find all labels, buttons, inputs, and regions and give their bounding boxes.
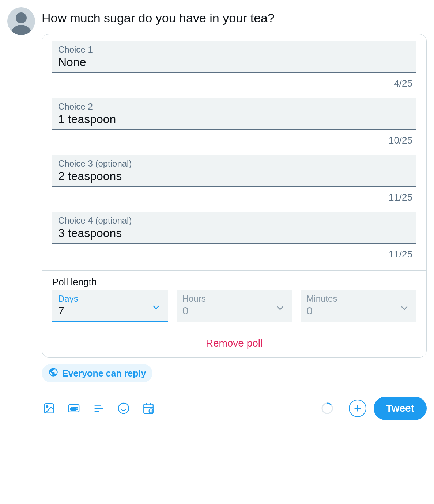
- tweet-composer: How much sugar do you have in your tea? …: [7, 7, 427, 420]
- svg-point-7: [118, 403, 129, 413]
- chevron-down-icon: [275, 303, 285, 313]
- poll-choice-value: None: [58, 55, 410, 69]
- poll-choice-counter: 10/25: [52, 130, 416, 155]
- svg-text:GIF: GIF: [71, 407, 78, 411]
- poll-length-selects: Days 7 Hours 0 Minutes: [52, 290, 416, 322]
- poll-length-section: Poll length Days 7 Hours 0: [42, 270, 426, 329]
- poll-card: Choice 1 None 4/25 Choice 2 1 teaspoon 1…: [42, 34, 427, 358]
- tweet-text-input[interactable]: How much sugar do you have in your tea?: [42, 7, 427, 34]
- poll-choice-label: Choice 3 (optional): [58, 159, 410, 169]
- select-label: Days: [58, 294, 162, 304]
- select-value: 0: [182, 304, 286, 317]
- poll-choices: Choice 1 None 4/25 Choice 2 1 teaspoon 1…: [42, 34, 426, 270]
- poll-choice-counter: 11/25: [52, 187, 416, 212]
- composer-main: How much sugar do you have in your tea? …: [42, 7, 427, 420]
- divider: [42, 389, 427, 389]
- poll-choice-1[interactable]: Choice 1 None: [52, 41, 416, 73]
- poll-choice-label: Choice 2: [58, 102, 410, 112]
- poll-choice-2[interactable]: Choice 2 1 teaspoon: [52, 98, 416, 130]
- remove-poll-label: Remove poll: [206, 337, 263, 349]
- select-label: Hours: [182, 294, 286, 304]
- poll-days-select[interactable]: Days 7: [52, 290, 168, 322]
- poll-choice-value: 1 teaspoon: [58, 112, 410, 126]
- reply-settings-button[interactable]: Everyone can reply: [42, 364, 152, 382]
- schedule-icon[interactable]: [141, 401, 156, 416]
- poll-choice-3[interactable]: Choice 3 (optional) 2 teaspoons: [52, 155, 416, 187]
- chevron-down-icon: [151, 302, 161, 313]
- poll-length-title: Poll length: [52, 276, 416, 288]
- emoji-icon[interactable]: [116, 401, 131, 416]
- avatar[interactable]: [7, 7, 35, 35]
- poll-choice-value: 3 teaspoons: [58, 226, 410, 240]
- poll-choice-counter: 11/25: [52, 244, 416, 269]
- poll-minutes-select[interactable]: Minutes 0: [301, 290, 416, 322]
- tweet-button[interactable]: Tweet: [374, 397, 427, 420]
- vertical-divider: [341, 400, 341, 417]
- poll-hours-select[interactable]: Hours 0: [177, 290, 292, 322]
- chevron-down-icon: [399, 303, 410, 313]
- remove-poll-button[interactable]: Remove poll: [42, 329, 426, 357]
- character-count-ring: [321, 402, 334, 415]
- select-value: 0: [306, 304, 410, 317]
- poll-choice-4[interactable]: Choice 4 (optional) 3 teaspoons: [52, 212, 416, 244]
- gif-icon[interactable]: GIF: [67, 401, 81, 416]
- composer-toolbar: GIF Tweet: [42, 395, 427, 420]
- toolbar-left: GIF: [42, 401, 156, 416]
- globe-icon: [48, 367, 59, 379]
- select-label: Minutes: [306, 294, 410, 304]
- image-icon[interactable]: [42, 401, 56, 416]
- select-value: 7: [58, 304, 162, 317]
- reply-settings-row: Everyone can reply: [42, 358, 427, 387]
- add-thread-button[interactable]: [349, 400, 366, 417]
- poll-choice-label: Choice 4 (optional): [58, 215, 410, 226]
- poll-choice-value: 2 teaspoons: [58, 169, 410, 183]
- poll-choice-label: Choice 1: [58, 45, 410, 55]
- poll-icon[interactable]: [91, 401, 106, 416]
- toolbar-right: Tweet: [321, 397, 427, 420]
- svg-point-1: [46, 406, 48, 407]
- poll-choice-counter: 4/25: [52, 73, 416, 98]
- reply-settings-label: Everyone can reply: [62, 368, 146, 379]
